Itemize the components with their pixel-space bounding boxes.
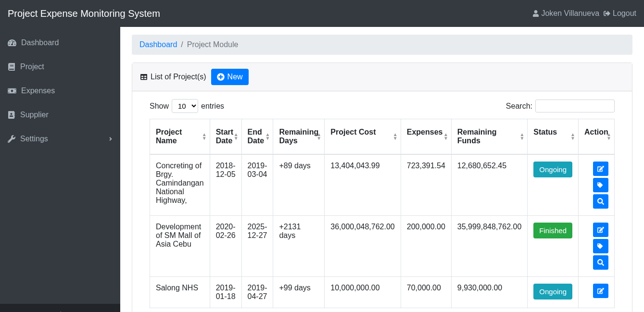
table-cell: 723,391.54 xyxy=(401,154,451,216)
sidebar-item-dashboard[interactable]: Dashboard xyxy=(0,31,120,55)
action-cell xyxy=(579,277,615,308)
table-cell: +99 days xyxy=(273,277,325,308)
sidebar-label: Dashboard xyxy=(21,38,59,47)
sort-icon: ▲▼ xyxy=(606,133,611,140)
new-button-label: New xyxy=(227,73,243,81)
breadcrumb-sep: / xyxy=(181,40,183,49)
address-book-icon xyxy=(8,111,15,119)
edit-icon xyxy=(597,226,604,233)
table-cell: +89 days xyxy=(273,154,325,216)
table-icon xyxy=(140,74,148,80)
status-badge: Ongoing xyxy=(533,162,572,177)
tag-button[interactable] xyxy=(593,178,608,192)
status-cell: Ongoing xyxy=(528,277,579,308)
logout-link[interactable]: Logout xyxy=(603,9,636,18)
column-label: Remaining Days xyxy=(279,128,318,145)
sidebar-collapse[interactable] xyxy=(0,304,120,312)
table-cell: 2020-02-26 xyxy=(210,216,241,277)
edit-button[interactable] xyxy=(593,284,608,298)
table-cell: 2018-12-05 xyxy=(210,154,241,216)
tag-icon xyxy=(597,182,604,188)
length-select[interactable]: 10 xyxy=(172,99,198,113)
user-icon xyxy=(532,10,539,17)
view-button[interactable] xyxy=(593,255,608,270)
brand-title: Project Expense Monitoring System xyxy=(8,8,160,19)
card-title: List of Project(s) xyxy=(151,73,206,81)
edit-icon xyxy=(597,165,604,172)
sidebar-item-expenses[interactable]: Expenses xyxy=(0,79,120,103)
sort-icon: ▲▼ xyxy=(202,133,207,140)
table-cell: Development of SM Mall of Asia Cebu xyxy=(150,216,210,277)
column-header[interactable]: Project Name▲▼ xyxy=(150,119,210,155)
card-title-wrap: List of Project(s) xyxy=(140,73,206,81)
sort-icon: ▲▼ xyxy=(443,133,448,140)
column-header[interactable]: Start Date▲▼ xyxy=(210,119,241,155)
view-button[interactable] xyxy=(593,194,608,209)
table-cell: +2131 days xyxy=(273,216,325,277)
sidebar-item-project[interactable]: Project xyxy=(0,55,120,79)
breadcrumb-home[interactable]: Dashboard xyxy=(139,40,177,49)
project-list-card: List of Project(s) New Show 10 xyxy=(132,62,632,312)
status-badge: Ongoing xyxy=(533,284,572,300)
table-cell: 2019-04-27 xyxy=(241,277,273,308)
table-cell: 2025-12-27 xyxy=(241,216,273,277)
table-cell: 13,404,043.99 xyxy=(325,154,401,216)
sidebar-label: Project xyxy=(20,62,44,71)
column-header[interactable]: Action▲▼ xyxy=(579,119,615,155)
action-cell xyxy=(579,154,615,216)
edit-button[interactable] xyxy=(593,223,608,237)
table-cell: Concreting of Brgy. Camindangan National… xyxy=(150,154,210,216)
projects-table: Project Name▲▼Start Date▲▼End Date▲▼Rema… xyxy=(150,119,615,308)
sidebar-label: Settings xyxy=(20,135,48,143)
table-cell: 10,000,000.00 xyxy=(325,277,401,308)
top-right: Joken Villanueva Logout xyxy=(532,9,636,18)
column-header[interactable]: Status▲▼ xyxy=(528,119,579,155)
table-cell: 36,000,048,762.00 xyxy=(325,216,401,277)
book-icon xyxy=(8,63,15,71)
search-input[interactable] xyxy=(535,100,615,112)
table-controls: Show 10 entries Search: xyxy=(150,99,615,113)
table-row: Salong NHS2019-01-182019-04-27+99 days10… xyxy=(150,277,615,308)
sidebar: Dashboard Project Expenses Supplier xyxy=(0,27,120,312)
column-label: Status xyxy=(533,128,557,136)
tag-icon xyxy=(597,243,604,250)
edit-button[interactable] xyxy=(593,162,608,176)
sidebar-item-settings[interactable]: Settings xyxy=(0,127,120,151)
search-control: Search: xyxy=(506,100,615,112)
wrench-icon xyxy=(8,135,15,143)
money-icon xyxy=(8,87,16,94)
sidebar-item-supplier[interactable]: Supplier xyxy=(0,103,120,127)
new-button[interactable]: New xyxy=(211,69,249,85)
column-label: End Date xyxy=(248,128,265,145)
entries-label: entries xyxy=(201,102,224,111)
main-content: Dashboard / Project Module List of Proje… xyxy=(120,27,644,312)
logout-icon xyxy=(603,10,611,17)
top-nav: Project Expense Monitoring System Joken … xyxy=(0,0,644,27)
tag-button[interactable] xyxy=(593,239,608,253)
column-label: Remaining Funds xyxy=(457,128,497,145)
user-link[interactable]: Joken Villanueva xyxy=(532,9,599,18)
column-label: Project Name xyxy=(156,128,182,145)
table-row: Concreting of Brgy. Camindangan National… xyxy=(150,154,615,216)
column-header[interactable]: Remaining Funds▲▼ xyxy=(451,119,527,155)
length-control: Show 10 entries xyxy=(150,99,224,113)
column-label: Project Cost xyxy=(330,128,376,136)
table-cell: 70,000.00 xyxy=(401,277,451,308)
status-cell: Ongoing xyxy=(528,154,579,216)
column-label: Action xyxy=(584,128,608,136)
table-cell: 2019-03-04 xyxy=(241,154,273,216)
table-cell: 200,000.00 xyxy=(401,216,451,277)
table-cell: 35,999,848,762.00 xyxy=(451,216,527,277)
column-header[interactable]: End Date▲▼ xyxy=(241,119,273,155)
edit-icon xyxy=(597,287,604,294)
table-row: Development of SM Mall of Asia Cebu2020-… xyxy=(150,216,615,277)
column-header[interactable]: Expenses▲▼ xyxy=(401,119,451,155)
table-cell: 12,680,652.45 xyxy=(451,154,527,216)
show-label: Show xyxy=(150,102,169,111)
sort-icon: ▲▼ xyxy=(393,133,398,140)
column-header[interactable]: Remaining Days▲▼ xyxy=(273,119,325,155)
column-header[interactable]: Project Cost▲▼ xyxy=(325,119,401,155)
logout-label: Logout xyxy=(613,9,636,18)
user-name: Joken Villanueva xyxy=(541,9,599,18)
table-cell: Salong NHS xyxy=(150,277,210,308)
